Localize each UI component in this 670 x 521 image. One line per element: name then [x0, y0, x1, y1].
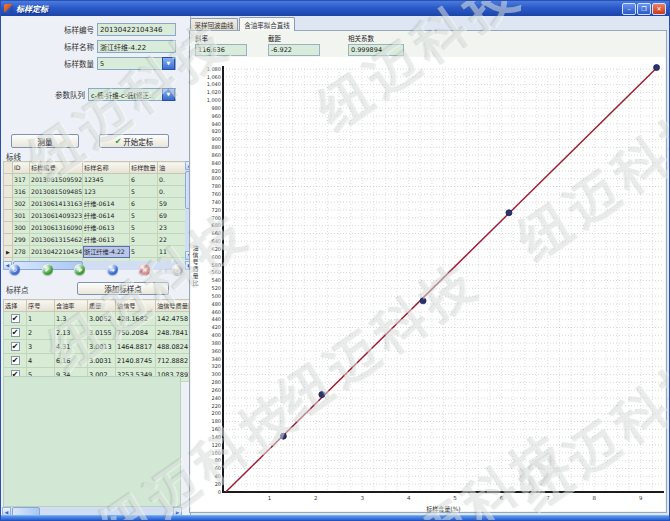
table-cell[interactable]: 750.2084	[116, 326, 156, 340]
table-cell[interactable]: 5	[130, 186, 158, 198]
table-cell[interactable]: 5	[130, 210, 158, 222]
checkbox-cell[interactable]: ✔	[4, 312, 27, 326]
tab-fit-line[interactable]: 含油率拟合直线	[239, 17, 295, 31]
table-cell[interactable]: 5	[130, 246, 158, 258]
table-cell[interactable]: 6.16	[55, 354, 88, 368]
app-window: 标样定标 – ❐ ✕ 标样编号 标样名称 标样数量 5 ▼ 参数队列 c-低-纤…	[0, 0, 670, 521]
maximize-button[interactable]: ❐	[637, 3, 651, 15]
table-cell[interactable]: 4	[27, 354, 55, 368]
table-cell[interactable]: 1.3	[55, 312, 88, 326]
table-cell[interactable]: 3	[27, 340, 55, 354]
table-cell[interactable]: 3.0013	[88, 340, 116, 354]
checkbox[interactable]: ✔	[11, 356, 20, 365]
svg-text:480: 480	[211, 301, 221, 307]
table-cell[interactable]: 301	[13, 210, 30, 222]
checkbox[interactable]: ✔	[11, 342, 20, 351]
sample-id-field[interactable]	[97, 23, 176, 36]
table-cell[interactable]: 20130815095921	[30, 174, 83, 186]
table-cell[interactable]: 纤维-0614	[83, 210, 130, 222]
table-cell[interactable]: 20130613160900	[30, 222, 83, 234]
table-cell[interactable]: 3.0155	[88, 326, 116, 340]
svg-text:500: 500	[211, 293, 221, 299]
svg-text:740: 740	[211, 199, 221, 205]
table-row[interactable]: 30020130613160900纤维-0613523	[4, 222, 202, 234]
points-column-header[interactable]: 选择	[4, 300, 27, 312]
points-column-header[interactable]: 含油率	[55, 300, 88, 312]
points-column-header[interactable]: 油信号	[116, 300, 156, 312]
table-cell[interactable]: 2140.8745	[116, 354, 156, 368]
table-cell[interactable]: 428.1682	[116, 312, 156, 326]
table-cell[interactable]: 纤维-0613	[83, 222, 130, 234]
table-cell[interactable]: 12345	[83, 174, 130, 186]
table-row[interactable]: 29920130613154620纤维-0613522	[4, 234, 202, 246]
minimize-button[interactable]: –	[622, 3, 636, 15]
delete-icon[interactable]: ✖	[139, 264, 150, 275]
table-cell[interactable]: 20130614093232	[30, 210, 83, 222]
table-cell[interactable]: 2	[27, 326, 55, 340]
svg-text:440: 440	[211, 316, 221, 322]
checkbox-cell[interactable]: ✔	[4, 354, 27, 368]
add-icon[interactable]: ✚	[74, 264, 85, 275]
table-cell[interactable]: 1	[27, 312, 55, 326]
table-cell[interactable]: 299	[13, 234, 30, 246]
sample-name-field[interactable]	[97, 40, 176, 53]
checkbox[interactable]: ✔	[11, 314, 20, 323]
checkbox-cell[interactable]: ✔	[4, 326, 27, 340]
table-cell[interactable]: 1464.8817	[116, 340, 156, 354]
chevron-down-icon[interactable]: ▼	[162, 88, 175, 101]
disabled-icon[interactable]: ○	[172, 264, 183, 275]
table-cell[interactable]: 302	[13, 198, 30, 210]
table-cell[interactable]: 6	[130, 174, 158, 186]
table-cell[interactable]: 317	[13, 174, 30, 186]
table-cell[interactable]: 300	[13, 222, 30, 234]
close-button[interactable]: ✕	[652, 3, 666, 15]
chevron-down-icon[interactable]: ▼	[162, 57, 175, 70]
table-cell[interactable]: 纤维-0614	[83, 198, 130, 210]
table-cell[interactable]: 278	[13, 246, 30, 258]
apply-icon[interactable]: ➜	[107, 264, 118, 275]
table-cell[interactable]: 123	[83, 186, 130, 198]
table-cell[interactable]: 5	[130, 222, 158, 234]
refresh-icon[interactable]: ↻	[9, 264, 20, 275]
samples-column-header[interactable]: ID	[13, 162, 30, 174]
table-cell[interactable]: 20130815094852	[30, 186, 83, 198]
start-calibration-button[interactable]: ✔ 开始定标	[99, 134, 169, 148]
table-cell[interactable]: 3.0031	[88, 354, 116, 368]
table-row[interactable]: ✔46.163.00312140.8745712.8882	[4, 354, 200, 368]
points-column-header[interactable]: 序号	[27, 300, 55, 312]
table-row[interactable]: 3162013081509485212350.	[4, 186, 202, 198]
table-cell[interactable]: 20130422104346	[30, 246, 83, 258]
samples-column-header[interactable]: 标样编号	[30, 162, 83, 174]
table-cell[interactable]: 纤维-0613	[83, 234, 130, 246]
table-cell[interactable]: 20130614131638	[30, 198, 83, 210]
right-panel: 采样回波曲线 含油率拟合直线 斜率 116.636 截距 -6.922 相关系数…	[187, 16, 669, 515]
sample-count-select[interactable]: 5 ▼	[97, 57, 176, 70]
samples-column-header[interactable]: 标样名称	[83, 162, 130, 174]
row-marker-icon	[4, 234, 13, 246]
table-cell[interactable]: 5	[130, 234, 158, 246]
table-cell[interactable]: 4.31	[55, 340, 88, 354]
table-cell[interactable]: 6	[130, 198, 158, 210]
taskbar-edge[interactable]	[1, 515, 669, 520]
sample-name-label: 标样名称	[1, 41, 97, 52]
table-cell[interactable]: 2.13	[55, 326, 88, 340]
table-row[interactable]: ✔11.33.0052428.1682142.4758	[4, 312, 200, 326]
table-cell[interactable]: 20130613154620	[30, 234, 83, 246]
accept-icon[interactable]: ✔	[42, 264, 53, 275]
table-row[interactable]: ▶27820130422104346浙江纤维-4.22511	[4, 246, 202, 258]
checkbox[interactable]: ✔	[11, 328, 20, 337]
table-cell[interactable]: 3.0052	[88, 312, 116, 326]
points-column-header[interactable]: 质量	[88, 300, 116, 312]
table-cell[interactable]: 浙江纤维-4.22	[83, 246, 130, 258]
param-queue-select[interactable]: c-低-纤维-c-低(修正: ▼	[88, 88, 176, 101]
add-point-button[interactable]: 添加标样点	[77, 282, 169, 295]
measure-button[interactable]: 测量	[11, 134, 79, 148]
table-row[interactable]: 317201308150959211234560.	[4, 174, 202, 186]
table-cell[interactable]: 316	[13, 186, 30, 198]
checkbox-cell[interactable]: ✔	[4, 340, 27, 354]
table-row[interactable]: ✔34.313.00131464.8817488.0824	[4, 340, 200, 354]
table-row[interactable]: ✔22.133.0155750.2084248.7841	[4, 326, 200, 340]
table-row[interactable]: 30120130614093232纤维-0614569	[4, 210, 202, 222]
table-row[interactable]: 30220130614131638纤维-0614659	[4, 198, 202, 210]
samples-column-header[interactable]: 标样数量	[130, 162, 158, 174]
